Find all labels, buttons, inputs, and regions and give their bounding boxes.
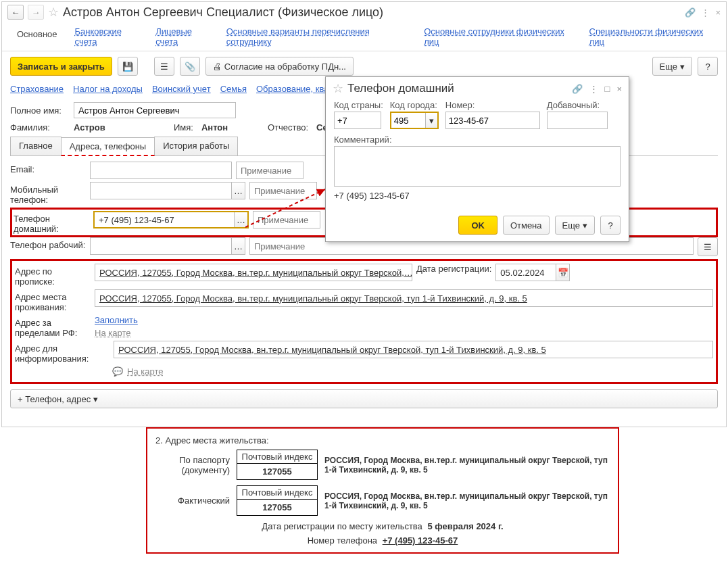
close-icon[interactable]: ×	[715, 7, 721, 18]
nav-bank[interactable]: Банковские счета	[75, 26, 145, 47]
mobile-input[interactable]: …	[90, 182, 245, 199]
popup-cancel-button[interactable]: Отмена	[503, 216, 550, 235]
document-snippet: 2. Адрес места жительства: По паспорту (…	[146, 427, 619, 429]
phone-popup: ☆ Телефон домашний 🔗 ⋮ □ × Код страны: К…	[325, 76, 629, 242]
on-map-link-2[interactable]: На карте	[127, 366, 163, 377]
reg-date-label: Дата регистрации:	[416, 264, 491, 274]
popup-menu-icon[interactable]: ⋮	[589, 84, 598, 94]
more-button[interactable]: Еще ▾	[652, 57, 692, 76]
nav-main[interactable]: Основное	[10, 26, 64, 47]
list-toggle[interactable]: ☰	[698, 237, 718, 256]
home-phone-input[interactable]: +7 (495) 123-45-67…	[93, 211, 249, 228]
tab-main[interactable]: Главное	[10, 137, 62, 155]
back-button[interactable]: ←	[7, 5, 24, 20]
help-button[interactable]: ?	[698, 57, 718, 76]
fill-link[interactable]: Заполнить	[95, 315, 138, 325]
live-addr-label: Адрес места проживания:	[15, 289, 91, 312]
fullname-label: Полное имя:	[10, 105, 68, 116]
nav-links: Основное Банковские счета Лицевые счета …	[2, 22, 726, 51]
sub-tax[interactable]: Налог на доходы	[73, 84, 143, 94]
tab-addresses[interactable]: Адреса, телефоны	[61, 137, 155, 156]
mobile-dots[interactable]: …	[231, 183, 245, 199]
attach-button[interactable]: 📎	[180, 57, 200, 76]
window-title: Астров Антон Сергеевич Специалист (Физич…	[63, 5, 383, 20]
main-window: ← → ☆ Астров Антон Сергеевич Специалист …	[1, 1, 727, 427]
comment-label: Комментарий:	[334, 135, 621, 145]
sub-military[interactable]: Воинский учет	[152, 84, 211, 94]
consent-button[interactable]: 🖨 Согласие на обработку ПДн...	[205, 57, 354, 76]
popup-title: Телефон домашний	[347, 82, 454, 95]
tab-history[interactable]: История работы	[154, 137, 238, 155]
email-note[interactable]	[236, 162, 304, 179]
sub-education[interactable]: Образование, ква	[256, 84, 329, 94]
forward-button[interactable]: →	[28, 5, 44, 20]
live-addr-input[interactable]: РОССИЯ, 127055, Город Москва, вн.тер.г. …	[95, 289, 713, 307]
reg-date-input[interactable]: 05.02.2024📅	[495, 264, 570, 281]
mobile-note[interactable]	[249, 182, 317, 199]
country-input[interactable]	[334, 112, 381, 129]
add-contact-button[interactable]: + Телефон, адрес ▾	[10, 389, 718, 408]
name-value: Антон	[201, 122, 262, 133]
work-phone-dots[interactable]: …	[231, 238, 245, 254]
reg-addr-label: Адрес по прописке:	[15, 264, 91, 287]
nav-employees[interactable]: Основные сотрудники физических лиц	[424, 26, 578, 47]
on-map-link-1[interactable]: На карте	[95, 328, 138, 338]
abroad-addr-label: Адрес за пределами РФ:	[15, 315, 91, 338]
email-label: Email:	[10, 162, 86, 174]
sub-family[interactable]: Семья	[220, 84, 247, 94]
save-button[interactable]: 💾	[118, 57, 138, 76]
popup-more-button[interactable]: Еще ▾	[555, 216, 595, 235]
nav-personal[interactable]: Лицевые счета	[155, 26, 215, 47]
ext-input[interactable]	[547, 112, 608, 129]
work-phone-input[interactable]: …	[90, 237, 245, 255]
patronymic-label: Отчество:	[268, 122, 308, 133]
info-addr-label: Адрес для информирования:	[15, 341, 110, 364]
home-phone-label: Телефон домашний:	[14, 211, 89, 234]
mobile-label: Мобильный телефон:	[10, 182, 86, 205]
link-icon[interactable]: 🔗	[685, 7, 696, 18]
surname-value: Астров	[74, 122, 168, 133]
number-label: Номер:	[445, 100, 540, 110]
city-input[interactable]: ▾	[390, 112, 439, 129]
calendar-icon[interactable]: 📅	[556, 264, 569, 281]
surname-label: Фамилия:	[10, 122, 68, 133]
favorite-icon[interactable]: ☆	[48, 5, 59, 20]
home-phone-note[interactable]	[253, 211, 320, 228]
number-input[interactable]	[445, 112, 540, 129]
city-dropdown[interactable]: ▾	[425, 113, 437, 128]
phone-display: +7 (495) 123-45-67	[334, 191, 621, 201]
list-button[interactable]: ☰	[154, 57, 174, 76]
home-phone-dots[interactable]: …	[234, 212, 247, 227]
popup-close-icon[interactable]: ×	[616, 84, 622, 94]
name-label: Имя:	[174, 122, 193, 133]
reg-addr-input[interactable]: РОССИЯ, 127055, Город Москва, вн.тер.г. …	[95, 264, 412, 281]
popup-max-icon[interactable]: □	[605, 84, 610, 94]
work-phone-label: Телефон рабочий:	[10, 237, 86, 250]
sub-insurance[interactable]: Страхование	[10, 84, 64, 94]
nav-transfer[interactable]: Основные варианты перечисления сотрудник…	[226, 26, 414, 47]
fullname-input[interactable]	[74, 102, 236, 118]
country-label: Код страны:	[334, 100, 383, 110]
popup-ok-button[interactable]: OK	[458, 216, 498, 235]
menu-icon[interactable]: ⋮	[701, 7, 710, 18]
title-bar: ← → ☆ Астров Антон Сергеевич Специалист …	[2, 2, 726, 22]
info-addr-input[interactable]: РОССИЯ, 127055, Город Москва, вн.тер.г. …	[114, 341, 713, 358]
popup-favorite-icon[interactable]: ☆	[333, 81, 343, 96]
chat-icon: 💬	[112, 366, 123, 377]
comment-input[interactable]	[334, 146, 621, 187]
popup-link-icon[interactable]: 🔗	[572, 84, 583, 94]
ext-label: Добавочный:	[547, 100, 608, 110]
save-close-button[interactable]: Записать и закрыть	[10, 57, 112, 76]
city-label: Код города:	[390, 100, 439, 110]
nav-specialties[interactable]: Специальности физических лиц	[589, 26, 718, 47]
popup-help-button[interactable]: ?	[600, 216, 621, 235]
